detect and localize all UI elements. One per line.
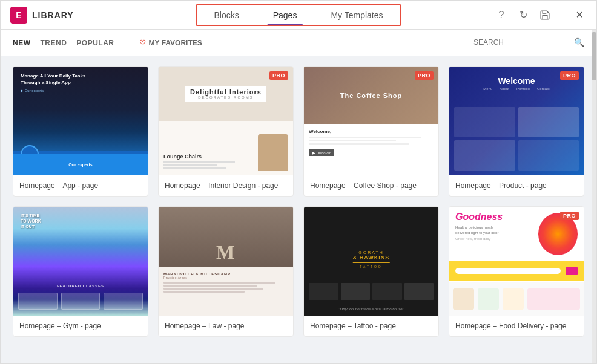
pro-badge-product: PRO [560, 71, 579, 80]
template-label-coffee: Homepage – Coffee Shop - page [304, 175, 438, 196]
scrollbar[interactable] [592, 30, 596, 363]
filter-bar: NEW TREND POPULAR ♡ MY FAVORITES 🔍 [1, 30, 596, 56]
template-label-law: Homepage – Law - page [159, 316, 293, 336]
nav-tabs: Blocks Pages My Templates [196, 4, 401, 26]
template-card-food[interactable]: PRO Goodness Healthy delicious mealsdeli… [449, 206, 584, 337]
header: E LIBRARY Blocks Pages My Templates ? ↻ [1, 1, 596, 30]
filter-divider [127, 38, 127, 48]
header-actions: ? ↻ × [494, 8, 587, 22]
template-label-food: Homepage – Food Delivery - page [449, 316, 584, 336]
filter-trend[interactable]: TREND [41, 36, 67, 50]
template-label-app: Homepage – App - page [13, 175, 148, 196]
pro-badge-coffee: PRO [415, 71, 434, 80]
template-card-coffee[interactable]: PRO The Coffee Shop Welcome, ▶ Discover … [303, 66, 439, 197]
template-label-tattoo: Homepage – Tattoo - page [304, 316, 438, 336]
template-label-product: Homepage – Product - page [449, 175, 584, 196]
header-divider [562, 9, 562, 21]
template-image-law: M MARKOVITCH & MILLESCAMP Practice Areas [159, 207, 293, 316]
template-image-food: PRO Goodness Healthy delicious mealsdeli… [449, 207, 584, 316]
tab-blocks[interactable]: Blocks [197, 5, 256, 25]
template-grid: Manage All Your Daily TasksThrough a Sin… [1, 56, 596, 363]
search-input[interactable] [473, 38, 570, 47]
library-title: LIBRARY [32, 10, 74, 20]
template-image-gym: IT'S TIMETO WORKIT OUT FEATURED CLASSES [13, 207, 148, 316]
pro-badge-interior: PRO [269, 71, 288, 80]
elementor-logo: E [10, 7, 27, 24]
template-card-interior[interactable]: PRO Delightful Interiors DECORATED ROOMS… [158, 66, 294, 197]
template-label-interior: Homepage – Interior Design - page [159, 175, 293, 196]
library-window: E LIBRARY Blocks Pages My Templates ? ↻ [0, 0, 597, 364]
favorites-filter[interactable]: ♡ MY FAVORITES [139, 39, 202, 47]
template-image-tattoo: GORATH & HAWKINS TATTOO "Only fool not m… [304, 207, 438, 316]
save-icon[interactable] [538, 8, 552, 22]
template-image-coffee: PRO The Coffee Shop Welcome, ▶ Discover [304, 67, 438, 175]
tab-my-templates[interactable]: My Templates [314, 5, 400, 25]
search-icon: 🔍 [574, 37, 584, 47]
filter-new[interactable]: NEW [13, 36, 31, 50]
template-label-gym: Homepage – Gym - page [13, 316, 148, 336]
template-card-law[interactable]: M MARKOVITCH & MILLESCAMP Practice Areas… [158, 206, 294, 337]
close-icon[interactable]: × [572, 8, 587, 22]
pro-badge-food: PRO [560, 212, 579, 220]
logo-area: E LIBRARY [10, 7, 74, 24]
heart-icon: ♡ [139, 39, 146, 47]
filter-popular[interactable]: POPULAR [76, 36, 114, 50]
tab-pages[interactable]: Pages [256, 5, 314, 25]
template-card-gym[interactable]: IT'S TIMETO WORKIT OUT FEATURED CLASSES … [13, 206, 148, 337]
refresh-icon[interactable]: ↻ [516, 8, 530, 22]
template-image-product: PRO Welcome Menu About Portfolio Contact [449, 67, 584, 175]
template-image-app: Manage All Your Daily TasksThrough a Sin… [13, 67, 148, 175]
filter-items: NEW TREND POPULAR ♡ MY FAVORITES [13, 36, 202, 50]
scrollbar-thumb[interactable] [592, 32, 596, 80]
template-card-tattoo[interactable]: GORATH & HAWKINS TATTOO "Only fool not m… [303, 206, 439, 337]
template-image-interior: PRO Delightful Interiors DECORATED ROOMS… [159, 67, 293, 175]
template-card-product[interactable]: PRO Welcome Menu About Portfolio Contact… [449, 66, 584, 197]
template-card-app[interactable]: Manage All Your Daily TasksThrough a Sin… [13, 66, 148, 197]
help-icon[interactable]: ? [494, 8, 509, 22]
search-area: 🔍 [473, 35, 584, 50]
